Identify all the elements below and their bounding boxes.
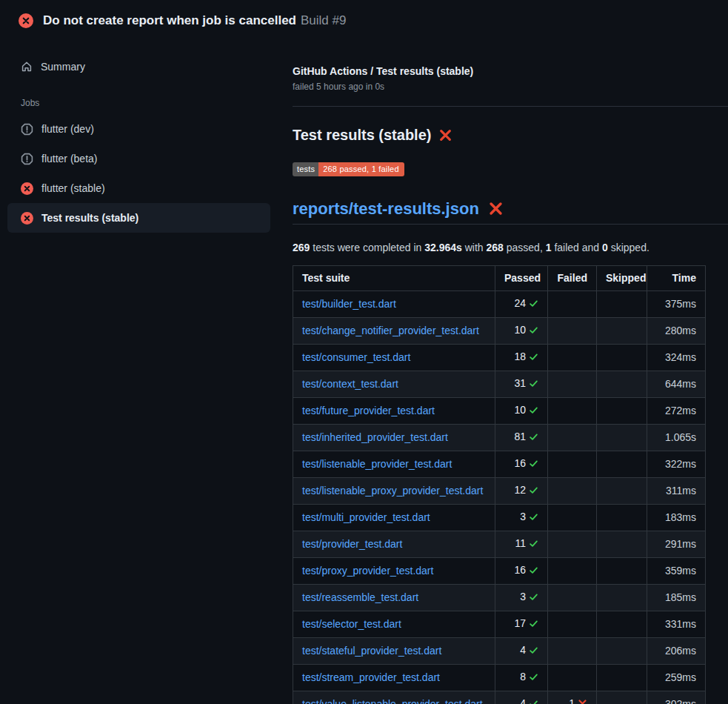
- table-header-row: Test suite Passed Failed Skipped Time: [293, 266, 706, 291]
- stop-glyph: [21, 153, 33, 165]
- report-file-link[interactable]: reports/test-results.json: [293, 199, 479, 218]
- table-row: test/listenable_provider_test.dart16322m…: [293, 451, 706, 478]
- job-label: Test results (stable): [41, 210, 138, 225]
- cell-passed: 16: [495, 558, 548, 585]
- cross-mark-glyph: [578, 699, 587, 704]
- x-circle-glyph: [19, 13, 33, 28]
- run-header: Do not create report when job is cancell…: [0, 0, 728, 39]
- cell-test-suite: test/selector_test.dart: [293, 611, 495, 638]
- check-icon: [529, 485, 538, 495]
- build-number: Build #9: [301, 13, 346, 27]
- run-title: Do not create report when job is cancell…: [43, 13, 296, 27]
- cell-failed: [548, 451, 597, 478]
- cell-skipped: [597, 371, 647, 398]
- cell-time: 1.065s: [647, 425, 706, 451]
- summary-label: Summary: [41, 59, 85, 74]
- cell-test-suite: test/future_provider_test.dart: [293, 398, 495, 425]
- sidebar-item-flutter-beta[interactable]: flutter (beta): [7, 144, 270, 173]
- cross-mark-icon: [488, 201, 504, 216]
- cell-test-suite: test/inherited_provider_test.dart: [293, 425, 495, 451]
- cell-time: 272ms: [647, 398, 706, 425]
- test-suite-link[interactable]: test/inherited_provider_test.dart: [302, 431, 448, 443]
- cross-mark-glyph: [488, 201, 504, 216]
- divider: [293, 106, 728, 107]
- table-row: test/inherited_provider_test.dart811.065…: [293, 425, 706, 451]
- cell-passed: 18: [495, 345, 548, 371]
- test-suite-link[interactable]: test/reassemble_test.dart: [302, 591, 418, 603]
- table-row: test/change_notifier_provider_test.dart1…: [293, 318, 706, 345]
- cell-failed: [548, 585, 597, 611]
- check-icon: [529, 299, 538, 308]
- table-row: test/context_test.dart31644ms: [293, 371, 706, 398]
- cell-failed: [548, 398, 597, 425]
- report-title: reports/test-results.json: [293, 199, 728, 225]
- sidebar: Summary Jobs flutter (dev)flutter (beta)…: [0, 39, 278, 233]
- cell-skipped: [597, 558, 647, 585]
- check-icon: [529, 459, 538, 468]
- cell-time: 375ms: [647, 291, 706, 318]
- test-suite-link[interactable]: test/selector_test.dart: [302, 618, 401, 630]
- badge-value: 268 passed, 1 failed: [318, 162, 404, 176]
- cell-test-suite: test/builder_test.dart: [293, 291, 495, 318]
- test-suite-link[interactable]: test/stream_provider_test.dart: [302, 671, 440, 683]
- test-suite-link[interactable]: test/multi_provider_test.dart: [302, 511, 430, 523]
- cell-time: 331ms: [647, 611, 706, 638]
- cell-passed: 3: [495, 505, 548, 531]
- cell-time: 311ms: [647, 478, 706, 505]
- test-suite-link[interactable]: test/stateful_provider_test.dart: [302, 645, 441, 657]
- cell-test-suite: test/multi_provider_test.dart: [293, 505, 495, 531]
- test-suite-link[interactable]: test/listenable_provider_test.dart: [302, 458, 452, 470]
- sidebar-item-test-results-stable[interactable]: Test results (stable): [7, 203, 270, 233]
- x-circle-icon: [19, 13, 33, 28]
- test-suite-link[interactable]: test/consumer_test.dart: [302, 351, 410, 363]
- cell-passed: 81: [495, 425, 548, 451]
- check-icon: [529, 352, 538, 362]
- x-circle-icon: [21, 182, 33, 195]
- cell-skipped: [597, 531, 647, 558]
- tests-status-badge: tests 268 passed, 1 failed: [293, 162, 404, 176]
- cancelled-icon: [21, 123, 33, 136]
- job-label: flutter (dev): [41, 122, 94, 136]
- results-table: Test suite Passed Failed Skipped Time te…: [293, 265, 706, 704]
- cell-passed: 4: [495, 691, 548, 704]
- test-suite-link[interactable]: test/proxy_provider_test.dart: [302, 565, 433, 577]
- table-row: test/value_listenable_provider_test.dart…: [293, 691, 706, 704]
- cancelled-icon: [21, 153, 33, 165]
- cell-skipped: [597, 665, 647, 691]
- table-row: test/builder_test.dart24375ms: [293, 291, 706, 318]
- cell-passed: 3: [495, 585, 548, 611]
- test-suite-link[interactable]: test/future_provider_test.dart: [302, 405, 435, 416]
- test-suite-link[interactable]: test/context_test.dart: [302, 378, 398, 390]
- test-suite-link[interactable]: test/value_listenable_provider_test.dart: [302, 698, 483, 704]
- cell-skipped: [597, 638, 647, 665]
- test-suite-link[interactable]: test/builder_test.dart: [302, 298, 396, 310]
- test-suite-link[interactable]: test/change_notifier_provider_test.dart: [302, 325, 479, 336]
- cell-passed: 12: [495, 478, 548, 505]
- cell-test-suite: test/listenable_proxy_provider_test.dart: [293, 478, 495, 505]
- test-suite-link[interactable]: test/listenable_proxy_provider_test.dart: [302, 485, 483, 497]
- check-icon: [529, 592, 538, 602]
- cell-skipped: [597, 611, 647, 638]
- summary-segment: 1: [546, 242, 552, 253]
- table-row: test/consumer_test.dart18324ms: [293, 345, 706, 371]
- sidebar-item-flutter-dev[interactable]: flutter (dev): [7, 114, 270, 144]
- cell-time: 359ms: [647, 558, 706, 585]
- table-row: test/stream_provider_test.dart8259ms: [293, 665, 706, 691]
- jobs-section-label: Jobs: [0, 98, 278, 108]
- summary-segment: 0: [602, 242, 608, 253]
- check-icon: [529, 565, 538, 575]
- x-circle-glyph: [21, 212, 33, 225]
- cell-time: 206ms: [647, 638, 706, 665]
- sidebar-item-flutter-stable[interactable]: flutter (stable): [7, 173, 270, 203]
- sidebar-item-summary[interactable]: Summary: [7, 53, 270, 80]
- page-title: Do not create report when job is cancell…: [43, 13, 346, 28]
- cell-passed: 24: [495, 291, 548, 318]
- cell-skipped: [597, 345, 647, 371]
- cell-test-suite: test/value_listenable_provider_test.dart: [293, 691, 495, 704]
- cell-test-suite: test/reassemble_test.dart: [293, 585, 495, 611]
- cell-time: 291ms: [647, 531, 706, 558]
- test-suite-link[interactable]: test/provider_test.dart: [302, 538, 402, 550]
- results-table-body: test/builder_test.dart24375mstest/change…: [293, 291, 706, 704]
- cell-test-suite: test/stateful_provider_test.dart: [293, 638, 495, 665]
- check-icon: [529, 672, 538, 682]
